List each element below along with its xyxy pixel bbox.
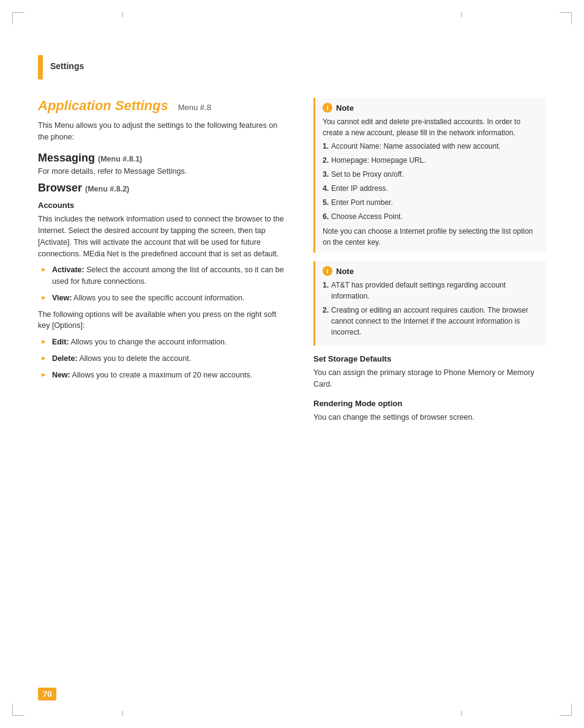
note2-num-2: 2.	[323, 305, 329, 316]
note1-num-3: 3.	[323, 169, 329, 180]
section-header-label: Settings	[50, 61, 84, 71]
note-box-1: i Note You cannot edit and delete pre-in…	[313, 98, 546, 253]
corner-mark-tl	[12, 12, 24, 24]
note-label-1: Note	[336, 103, 354, 113]
tick-top-left	[122, 12, 123, 17]
browser-heading-text: Browser	[38, 182, 82, 194]
bullet-text-edit: Edit: Allows you to change the account i…	[52, 336, 227, 348]
bullet-arrow-edit: ►	[40, 338, 47, 345]
note1-item-3: 3. Set to be Proxy on/off.	[323, 169, 539, 180]
bullet-arrow-view: ►	[40, 294, 47, 301]
note1-text-2: Homepage: Homepage URL.	[331, 155, 426, 166]
bullet-activate-text: Select the account among the list of acc…	[52, 266, 284, 286]
note1-item-4: 4. Enter IP address.	[323, 183, 539, 194]
app-settings-heading: Application Settings	[38, 98, 168, 114]
rendering-mode-section: Rendering Mode option You can change the…	[313, 399, 546, 423]
bullet-delete-text: Allows you to delete the account.	[79, 354, 191, 363]
rendering-mode-heading: Rendering Mode option	[313, 399, 546, 408]
accounts-body: This includes the network information us…	[38, 214, 289, 259]
corner-mark-br	[560, 704, 572, 716]
options-intro: The following options will be available …	[38, 309, 289, 332]
note1-item-5: 5. Enter Port number.	[323, 197, 539, 208]
note-icon-1: i	[323, 103, 332, 113]
bullet-activate-label: Activate:	[52, 266, 84, 274]
rendering-mode-body: You can change the settings of browser s…	[313, 412, 546, 423]
bullet-view-text: Allows you to see the specific account i…	[73, 294, 244, 302]
corner-mark-bl	[12, 704, 24, 716]
messaging-menu-ref: (Menu #.8.1)	[98, 155, 142, 163]
note-label-2: Note	[336, 267, 354, 276]
bullet-new-text: Allows you to create a maximum of 20 new…	[72, 371, 253, 379]
note-intro-1: You cannot edit and delete pre-installed…	[323, 116, 539, 138]
page-number-container: 70	[38, 689, 56, 699]
note-title-1: i Note	[323, 103, 539, 113]
bullet-edit-text: Allows you to change the account informa…	[70, 338, 226, 346]
bullet-new-label: New:	[52, 371, 70, 379]
bullet-text-new: New: Allows you to create a maximum of 2…	[52, 370, 252, 381]
section-header: Settings	[50, 61, 84, 71]
note2-item-2: 2. Creating or editing an account requir…	[323, 305, 539, 338]
note1-list: 1. Account Name: Name associated with ne…	[323, 141, 539, 222]
browser-heading: Browser (Menu #.8.2)	[38, 182, 289, 195]
bullet-view: ► View: Allows you to see the specific a…	[38, 292, 289, 304]
note2-text-1: AT&T has provided default settings regar…	[331, 280, 539, 302]
bullet-delete-label: Delete:	[52, 354, 78, 363]
bullet-arrow-delete: ►	[40, 354, 47, 362]
browser-menu-ref: (Menu #.8.2)	[85, 185, 129, 193]
section-indicator-bar	[38, 55, 43, 80]
corner-mark-tr	[560, 12, 572, 24]
note1-item-1: 1. Account Name: Name associated with ne…	[323, 141, 539, 152]
right-column: i Note You cannot edit and delete pre-in…	[313, 98, 546, 428]
left-column: Application Settings Menu #.8 This Menu …	[38, 98, 289, 428]
bullet-new: ► New: Allows you to create a maximum of…	[38, 370, 289, 381]
note1-num-6: 6.	[323, 211, 329, 222]
note1-text-4: Enter IP address.	[331, 183, 388, 194]
note-box-2: i Note 1. AT&T has provided default sett…	[313, 261, 546, 346]
note-icon-2: i	[323, 266, 332, 276]
note-title-2: i Note	[323, 266, 539, 276]
note1-text-1: Account Name: Name associated with new a…	[331, 141, 501, 152]
note1-item-2: 2. Homepage: Homepage URL.	[323, 155, 539, 166]
note1-text-5: Enter Port number.	[331, 197, 393, 208]
note2-item-1: 1. AT&T has provided default settings re…	[323, 280, 539, 302]
set-storage-heading: Set Storage Defaults	[313, 354, 546, 363]
note2-text-2: Creating or editing an account requires …	[331, 305, 539, 338]
set-storage-section: Set Storage Defaults You can assign the …	[313, 354, 546, 390]
app-settings-title-row: Application Settings Menu #.8	[38, 98, 289, 114]
note1-text-3: Set to be Proxy on/off.	[331, 169, 404, 180]
note2-num-1: 1.	[323, 280, 329, 291]
tick-top-right	[461, 12, 462, 17]
note1-item-6: 6. Choose Access Point.	[323, 211, 539, 222]
bullet-edit: ► Edit: Allows you to change the account…	[38, 336, 289, 348]
bullet-edit-label: Edit:	[52, 338, 69, 346]
bullet-text-view: View: Allows you to see the specific acc…	[52, 292, 245, 304]
bullet-view-label: View:	[52, 294, 72, 302]
tick-bottom-right	[461, 711, 462, 716]
note1-num-5: 5.	[323, 197, 329, 208]
set-storage-body: You can assign the primary storage to Ph…	[313, 367, 546, 390]
note1-num-2: 2.	[323, 155, 329, 166]
note2-list: 1. AT&T has provided default settings re…	[323, 280, 539, 338]
app-settings-menu-ref: Menu #.8	[178, 103, 211, 112]
bullet-text-activate: Activate: Select the account among the l…	[52, 264, 289, 288]
note1-num-1: 1.	[323, 141, 329, 152]
messaging-heading-text: Messaging	[38, 152, 95, 164]
page-number-badge: 70	[38, 688, 56, 700]
note1-num-4: 4.	[323, 183, 329, 194]
bullet-text-delete: Delete: Allows you to delete the account…	[52, 353, 191, 365]
bullet-activate: ► Activate: Select the account among the…	[38, 264, 289, 288]
bullet-arrow-activate: ►	[40, 266, 47, 273]
main-content: Application Settings Menu #.8 This Menu …	[38, 98, 546, 428]
bullet-delete: ► Delete: Allows you to delete the accou…	[38, 353, 289, 365]
messaging-heading: Messaging (Menu #.8.1)	[38, 152, 289, 165]
accounts-subheading: Accounts	[38, 201, 289, 210]
note1-text-6: Choose Access Point.	[331, 211, 403, 222]
browser-section: Browser (Menu #.8.2) Accounts This inclu…	[38, 182, 289, 381]
tick-bottom-left	[122, 711, 123, 716]
note1-footer: Note you can choose a Internet profile b…	[323, 226, 539, 248]
app-settings-intro: This Menu allows you to adjust the setti…	[38, 120, 289, 143]
messaging-body: For more details, refer to Message Setti…	[38, 166, 289, 177]
bullet-arrow-new: ►	[40, 371, 47, 378]
